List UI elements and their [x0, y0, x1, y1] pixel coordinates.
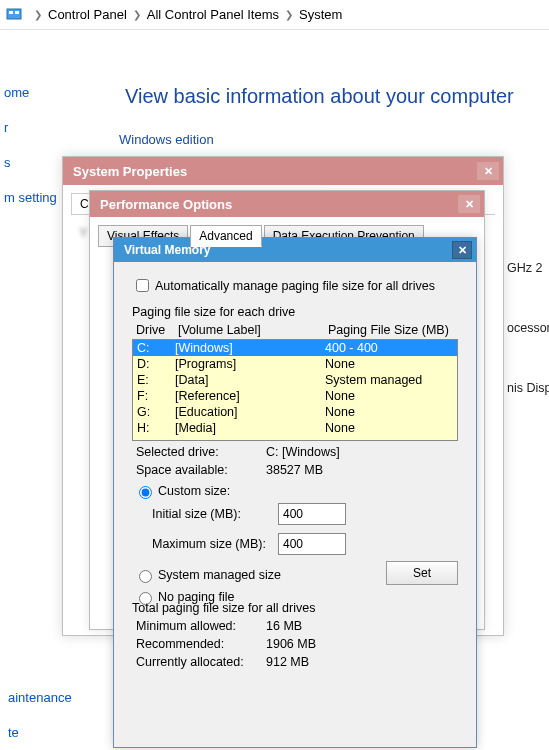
- drive-size: None: [325, 405, 453, 419]
- initial-size-input[interactable]: [278, 503, 346, 525]
- left-nav: ome r s m setting aintenance te: [0, 30, 60, 215]
- main-content: View basic information about your comput…: [115, 30, 549, 151]
- drive-list-header: Drive [Volume Label] Paging File Size (M…: [136, 323, 456, 337]
- chevron-right-icon: ❯: [133, 9, 141, 20]
- svg-rect-1: [9, 11, 13, 14]
- currently-allocated-label: Currently allocated:: [136, 655, 266, 669]
- breadcrumb-item[interactable]: System: [299, 7, 342, 22]
- min-allowed-label: Minimum allowed:: [136, 619, 266, 633]
- svg-rect-2: [15, 11, 19, 14]
- system-managed-radio[interactable]: [139, 570, 152, 583]
- drive-list[interactable]: C:[Windows]400 - 400D:[Programs]NoneE:[D…: [132, 339, 458, 441]
- col-volume: [Volume Label]: [178, 323, 328, 337]
- drive-label: [Media]: [175, 421, 325, 435]
- auto-manage-checkbox[interactable]: [136, 279, 149, 292]
- drive-size: 400 - 400: [325, 341, 453, 355]
- chevron-right-icon: ❯: [285, 9, 293, 20]
- nav-link[interactable]: s: [0, 145, 60, 180]
- page-title: View basic information about your comput…: [115, 30, 549, 128]
- custom-size-radio[interactable]: [139, 486, 152, 499]
- drive-size: None: [325, 421, 453, 435]
- col-drive: Drive: [136, 323, 178, 337]
- drive-row[interactable]: C:[Windows]400 - 400: [133, 340, 457, 356]
- min-allowed-value: 16 MB: [266, 619, 302, 633]
- drive-letter: E:: [137, 373, 175, 387]
- drive-label: [Reference]: [175, 389, 325, 403]
- drive-size: None: [325, 357, 453, 371]
- drive-size: System managed: [325, 373, 453, 387]
- nav-link[interactable]: ome: [0, 75, 60, 110]
- titlebar[interactable]: System Properties ✕: [63, 157, 503, 185]
- drive-label: [Education]: [175, 405, 325, 419]
- drive-letter: G:: [137, 405, 175, 419]
- custom-size-label: Custom size:: [158, 484, 230, 498]
- window-title: Performance Options: [100, 197, 232, 212]
- auto-manage-label: Automatically manage paging file size fo…: [155, 279, 435, 293]
- titlebar[interactable]: Performance Options ✕: [90, 191, 484, 217]
- drive-row[interactable]: E:[Data]System managed: [133, 372, 457, 388]
- totals-label: Total paging file size for all drives: [132, 601, 458, 615]
- drive-row[interactable]: H:[Media]None: [133, 420, 457, 436]
- selected-drive-label: Selected drive:: [136, 445, 266, 459]
- currently-allocated-value: 912 MB: [266, 655, 309, 669]
- section-heading: Windows edition: [115, 128, 549, 151]
- set-button[interactable]: Set: [386, 561, 458, 585]
- cutoff-text: GHz 2 ocessor nis Disp: [507, 258, 549, 438]
- close-icon[interactable]: ✕: [452, 241, 472, 259]
- nav-link[interactable]: te: [4, 715, 72, 750]
- control-panel-icon: [6, 7, 22, 23]
- close-icon[interactable]: ✕: [477, 162, 499, 180]
- drive-letter: F:: [137, 389, 175, 403]
- breadcrumb: ❯ Control Panel ❯ All Control Panel Item…: [0, 0, 549, 30]
- nav-link[interactable]: m setting: [0, 180, 60, 215]
- selected-drive-value: C: [Windows]: [266, 445, 340, 459]
- space-available-label: Space available:: [136, 463, 266, 477]
- titlebar[interactable]: Virtual Memory ✕: [114, 238, 476, 262]
- drive-label: [Windows]: [175, 341, 325, 355]
- initial-size-label: Initial size (MB):: [152, 507, 278, 521]
- group-label: Paging file size for each drive: [132, 305, 458, 319]
- recommended-value: 1906 MB: [266, 637, 316, 651]
- drive-size: None: [325, 389, 453, 403]
- window-title: System Properties: [73, 164, 187, 179]
- close-icon[interactable]: ✕: [458, 195, 480, 213]
- system-managed-label: System managed size: [158, 568, 281, 582]
- max-size-input[interactable]: [278, 533, 346, 555]
- nav-link[interactable]: aintenance: [4, 680, 72, 715]
- max-size-label: Maximum size (MB):: [152, 537, 278, 551]
- col-size: Paging File Size (MB): [328, 323, 456, 337]
- breadcrumb-item[interactable]: All Control Panel Items: [147, 7, 279, 22]
- breadcrumb-item[interactable]: Control Panel: [48, 7, 127, 22]
- drive-letter: C:: [137, 341, 175, 355]
- recommended-label: Recommended:: [136, 637, 266, 651]
- drive-row[interactable]: D:[Programs]None: [133, 356, 457, 372]
- virtual-memory-window: Virtual Memory ✕ Automatically manage pa…: [113, 237, 477, 748]
- tab-advanced[interactable]: Advanced: [190, 225, 261, 247]
- drive-row[interactable]: G:[Education]None: [133, 404, 457, 420]
- drive-letter: H:: [137, 421, 175, 435]
- drive-label: [Programs]: [175, 357, 325, 371]
- chevron-right-icon: ❯: [34, 9, 42, 20]
- drive-letter: D:: [137, 357, 175, 371]
- drive-row[interactable]: F:[Reference]None: [133, 388, 457, 404]
- nav-link[interactable]: r: [0, 110, 60, 145]
- drive-label: [Data]: [175, 373, 325, 387]
- space-available-value: 38527 MB: [266, 463, 323, 477]
